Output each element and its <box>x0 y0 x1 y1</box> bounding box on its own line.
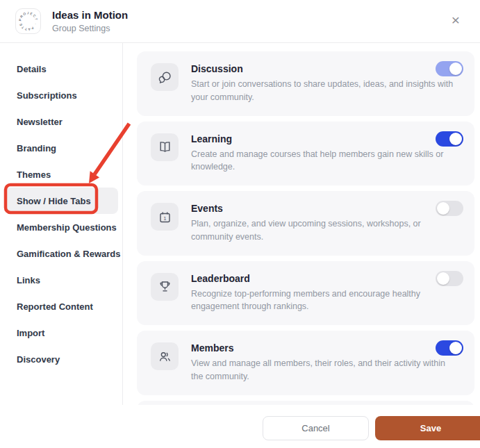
sidebar-item-gamification-rewards[interactable]: Gamification & Rewards <box>4 240 118 267</box>
sidebar-item-label: Branding <box>17 143 56 154</box>
calendar-icon: 1 <box>151 203 179 231</box>
sidebar-item-label: Gamification & Rewards <box>17 249 121 259</box>
sidebar-item-show-hide-tabs[interactable]: Show / Hide Tabs <box>4 188 118 214</box>
sidebar-item-label: Reported Content <box>17 301 93 312</box>
leaderboard-toggle[interactable] <box>436 271 463 286</box>
sidebar-item-label: Discovery <box>17 354 60 365</box>
community-logo: PROJECT · PATTERNS · <box>15 8 41 34</box>
setting-description: Plan, organize, and view upcoming sessio… <box>191 217 454 244</box>
open-book-icon <box>151 133 179 161</box>
svg-text:1: 1 <box>163 215 166 220</box>
sidebar-item-label: Details <box>17 64 47 74</box>
sidebar-item-import[interactable]: Import <box>4 320 118 346</box>
sidebar-item-subscriptions[interactable]: Subscriptions <box>4 82 118 108</box>
setting-title: Events <box>191 203 454 214</box>
header-titles: Ideas in Motion Group Settings <box>52 9 128 33</box>
sidebar-item-label: Links <box>17 275 40 285</box>
sidebar-item-label: Newsletter <box>17 117 63 127</box>
save-button[interactable]: Save <box>375 416 480 440</box>
close-icon: × <box>452 12 460 28</box>
sidebar-item-label: Show / Hide Tabs <box>17 196 91 206</box>
sidebar-item-membership-questions[interactable]: Membership Questions <box>4 214 118 240</box>
toggle-knob <box>449 133 462 145</box>
page-subtitle: Group Settings <box>52 24 128 33</box>
toggle-knob <box>449 342 462 354</box>
setting-texts: Leaderboard Recognize top-performing mem… <box>191 273 454 314</box>
sidebar-item-details[interactable]: Details <box>4 56 118 82</box>
cancel-button[interactable]: Cancel <box>263 416 369 440</box>
setting-title: Discussion <box>191 63 454 74</box>
events-toggle[interactable] <box>436 201 463 216</box>
toggle-knob <box>437 202 449 215</box>
svg-text:PROJECT · PATTERNS ·: PROJECT · PATTERNS · <box>17 10 38 31</box>
setting-description: Create and manage courses that help memb… <box>191 148 454 174</box>
sidebar-item-label: Subscriptions <box>17 90 77 101</box>
chat-bubbles-icon <box>151 63 179 91</box>
people-icon <box>151 342 179 370</box>
setting-description: Start or join conversations to share upd… <box>191 78 454 104</box>
sidebar-item-links[interactable]: Links <box>4 267 118 293</box>
setting-title: Leaderboard <box>191 273 454 284</box>
setting-title: Learning <box>191 133 454 144</box>
setting-title: Members <box>191 342 454 354</box>
setting-texts: Discussion Start or join conversations t… <box>191 63 454 104</box>
toggle-knob <box>449 63 462 75</box>
members-toggle[interactable] <box>436 340 463 356</box>
setting-texts: Events Plan, organize, and view upcoming… <box>191 203 454 244</box>
discussion-toggle[interactable] <box>436 61 463 76</box>
modal-header: PROJECT · PATTERNS · Ideas in Motion Gro… <box>0 0 480 43</box>
page-title: Ideas in Motion <box>52 9 128 22</box>
learning-toggle[interactable] <box>436 131 463 147</box>
sidebar-item-newsletter[interactable]: Newsletter <box>4 108 118 135</box>
setting-texts: Learning Create and manage courses that … <box>191 133 454 174</box>
setting-texts: Members View and manage all members, the… <box>191 342 454 383</box>
sidebar-item-label: Membership Questions <box>17 222 117 233</box>
trophy-icon <box>151 273 179 301</box>
setting-card-learning: Learning Create and manage courses that … <box>137 122 474 186</box>
settings-sidebar: Details Subscriptions Newsletter Brandin… <box>0 43 123 405</box>
toggle-knob <box>437 272 449 285</box>
setting-description: View and manage all members, their roles… <box>191 357 454 383</box>
setting-card-about: About Introduce your community's purpose… <box>137 401 474 406</box>
circular-text-logo-icon: PROJECT · PATTERNS · <box>17 10 40 33</box>
sidebar-item-reported-content[interactable]: Reported Content <box>4 293 118 320</box>
setting-card-leaderboard: Leaderboard Recognize top-performing mem… <box>137 261 474 326</box>
sidebar-item-label: Import <box>17 328 44 338</box>
sidebar-item-label: Themes <box>17 169 51 180</box>
sidebar-item-themes[interactable]: Themes <box>4 161 118 188</box>
show-hide-tabs-panel: Discussion Start or join conversations t… <box>123 43 480 405</box>
setting-card-members: Members View and manage all members, the… <box>137 331 474 395</box>
modal-footer: Cancel Save <box>0 405 480 448</box>
sidebar-item-branding[interactable]: Branding <box>4 135 118 161</box>
setting-card-discussion: Discussion Start or join conversations t… <box>137 51 474 116</box>
setting-description: Recognize top-performing members and enc… <box>191 288 454 314</box>
close-button[interactable]: × <box>445 10 466 31</box>
sidebar-item-discovery[interactable]: Discovery <box>4 346 118 372</box>
setting-card-events: 1 Events Plan, organize, and view upcomi… <box>137 191 474 256</box>
